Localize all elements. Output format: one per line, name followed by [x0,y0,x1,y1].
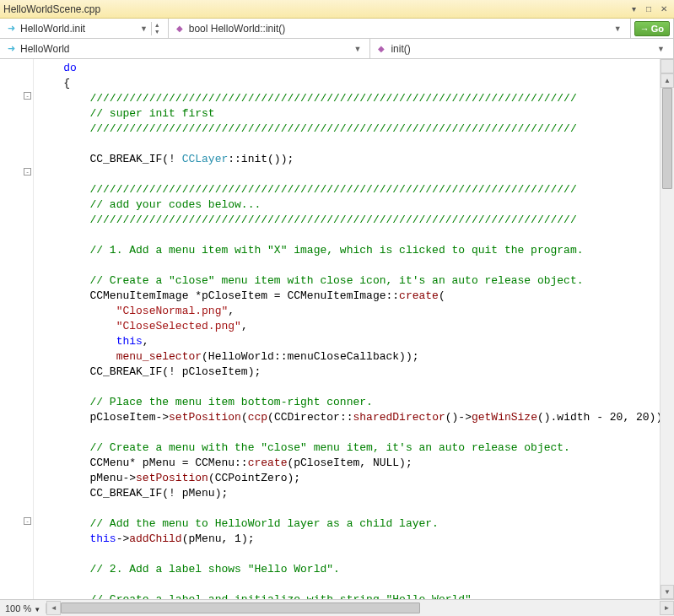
zoom-level[interactable]: 100 % ▼ [0,603,46,613]
scroll-right-icon[interactable]: ► [660,601,674,615]
scope-up-icon[interactable]: ▲ [152,22,163,29]
class-icon: ➜ [5,43,17,55]
scope-icon: ➜ [5,23,17,35]
window-controls: ▾ □ ✕ [627,3,671,15]
fold-marker[interactable]: - [24,517,31,525]
maximize-icon[interactable]: □ [642,3,655,15]
file-title: HelloWorldScene.cpp [3,3,627,15]
scroll-up-icon[interactable]: ▲ [661,73,674,88]
scroll-thumb-v[interactable] [662,88,672,189]
chevron-down-icon[interactable]: ▼ [351,45,365,53]
method-dropdown[interactable]: ◆ init() ▼ [370,39,674,58]
scroll-track-h[interactable] [61,601,660,615]
chevron-down-icon[interactable]: ▼ [654,45,668,53]
chevron-down-icon[interactable]: ▼ [137,24,151,33]
horizontal-scrollbar[interactable]: ◄ ► [46,601,674,615]
editor: - - - do { /////////////////////////////… [0,59,674,599]
go-button[interactable]: → Go [634,21,670,36]
method-cube-icon: ◆ [375,43,387,55]
split-handle[interactable] [661,59,674,73]
scope-dropdown[interactable]: ➜ HelloWorld.init ▼ ▲ ▼ [0,19,169,38]
vertical-scrollbar[interactable]: ▲ ▼ [660,59,674,599]
class-text: HelloWorld [20,43,351,55]
close-icon[interactable]: ✕ [657,3,671,15]
go-button-cell: → Go [631,19,674,38]
scroll-left-icon[interactable]: ◄ [46,601,61,615]
member-text: bool HelloWorld::init() [189,23,611,35]
code-area[interactable]: do { ///////////////////////////////////… [34,59,660,599]
status-bar: 100 % ▼ ◄ ► [0,599,674,616]
zoom-chevron-icon: ▼ [34,606,40,613]
fold-marker[interactable]: - [24,168,31,176]
scope-nav-arrows: ▲ ▼ [151,22,163,35]
go-arrow-icon: → [640,24,650,34]
navbar-row-1: ➜ HelloWorld.init ▼ ▲ ▼ ◆ bool HelloWorl… [0,19,674,39]
gutter: - - - [0,59,34,599]
scroll-thumb-h[interactable] [61,602,420,613]
dropdown-icon[interactable]: ▾ [627,3,640,15]
method-icon: ◆ [174,23,186,35]
fold-marker[interactable]: - [24,92,31,100]
navbar-row-2: ➜ HelloWorld ▼ ◆ init() ▼ [0,39,674,59]
method-text: init() [391,43,654,55]
member-dropdown[interactable]: ◆ bool HelloWorld::init() ▼ [169,19,631,38]
go-label: Go [651,24,664,34]
scope-text: HelloWorld.init [20,23,137,35]
scope-down-icon[interactable]: ▼ [152,29,163,35]
class-dropdown[interactable]: ➜ HelloWorld ▼ [0,39,370,58]
scroll-down-icon[interactable]: ▼ [661,585,674,599]
title-bar: HelloWorldScene.cpp ▾ □ ✕ [0,0,674,19]
chevron-down-icon[interactable]: ▼ [611,24,625,33]
